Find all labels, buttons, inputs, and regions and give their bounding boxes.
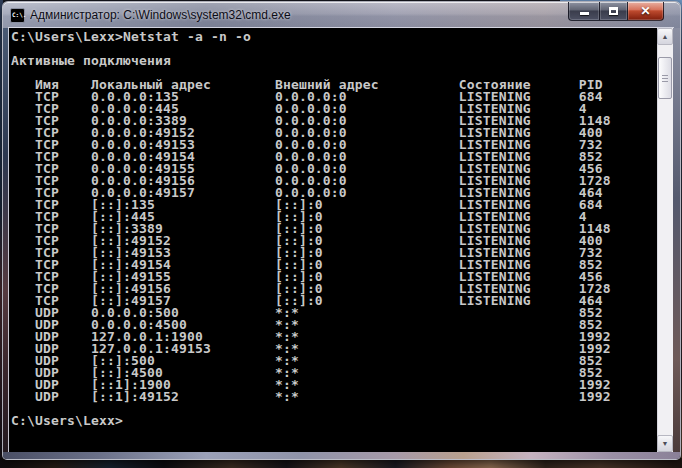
- command-line: C:\Users\Lexx>Netstat -a -n -o: [11, 31, 657, 43]
- console-client-area: C:\Users\Lexx>Netstat -a -n -o Активные …: [9, 28, 673, 452]
- scroll-up-button[interactable]: ▲: [657, 28, 673, 45]
- prompt-line[interactable]: C:\Users\Lexx>: [11, 415, 657, 427]
- netstat-table: Имя Локальный адрес Внешний адрес Состоя…: [11, 79, 657, 403]
- minimize-button[interactable]: [568, 2, 599, 21]
- close-button[interactable]: ✕: [628, 2, 664, 21]
- close-icon: ✕: [640, 5, 650, 17]
- console-output: C:\Users\Lexx>Netstat -a -n -o Активные …: [9, 28, 657, 452]
- maximize-button[interactable]: [599, 2, 628, 21]
- cmd-window: C:\. Администратор: C:\Windows\system32\…: [2, 1, 681, 460]
- scrollbar-thumb[interactable]: [658, 57, 672, 99]
- window-controls: ✕: [568, 2, 664, 21]
- section-title: Активные подключения: [11, 55, 657, 67]
- scroll-down-button[interactable]: ▼: [657, 435, 673, 452]
- minimize-icon: [580, 12, 589, 15]
- maximize-icon: [609, 7, 618, 15]
- cmd-icon[interactable]: C:\.: [10, 8, 25, 23]
- scrollbar[interactable]: ▲ ▼: [657, 28, 673, 452]
- netstat-row: UDP [::1]:49152 *:* 1992: [11, 391, 657, 403]
- scrollbar-track[interactable]: [657, 45, 673, 435]
- window-frame-bottom: [3, 452, 680, 459]
